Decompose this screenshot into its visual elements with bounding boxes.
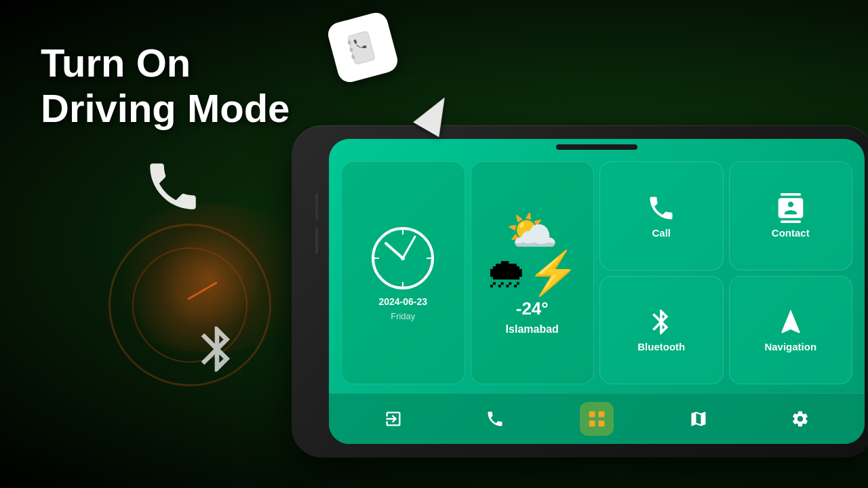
call-label: Call bbox=[652, 227, 671, 239]
nav-phone-button[interactable] bbox=[478, 402, 512, 436]
clock-day: Friday bbox=[391, 311, 415, 321]
svg-rect-13 bbox=[599, 411, 605, 418]
contact-tile[interactable]: Contact bbox=[729, 161, 853, 270]
nav-exit-button[interactable] bbox=[376, 402, 410, 436]
hero-title-line2: Driving Mode bbox=[41, 86, 290, 131]
nav-maps-button[interactable] bbox=[682, 402, 715, 436]
hero-title: Turn On Driving Mode bbox=[41, 41, 290, 131]
call-icon bbox=[646, 193, 676, 223]
svg-line-7 bbox=[403, 237, 415, 258]
bluetooth-icon bbox=[646, 307, 676, 337]
bluetooth-label: Bluetooth bbox=[637, 341, 685, 352]
contact-icon bbox=[776, 193, 806, 223]
weather-icon: ⛅🌧⚡ bbox=[485, 210, 579, 294]
volume-down-button bbox=[315, 227, 318, 254]
svg-rect-12 bbox=[589, 411, 595, 418]
weather-tile[interactable]: ⛅🌧⚡ -24° Islamabad bbox=[471, 161, 595, 384]
navigation-tile[interactable]: Navigation bbox=[729, 276, 853, 385]
clock-date: 2024-06-23 bbox=[378, 296, 427, 307]
phone-notch bbox=[556, 144, 637, 150]
phone-screen: 2024-06-23 Friday ⛅🌧⚡ -24° Islamabad Cal… bbox=[329, 139, 865, 444]
app-grid: 2024-06-23 Friday ⛅🌧⚡ -24° Islamabad Cal… bbox=[336, 156, 858, 390]
nav-settings-button[interactable] bbox=[783, 402, 817, 436]
svg-rect-14 bbox=[589, 421, 595, 427]
nav-apps-button[interactable] bbox=[580, 402, 614, 436]
svg-rect-15 bbox=[599, 421, 605, 427]
volume-up-button bbox=[315, 193, 318, 220]
weather-city: Islamabad bbox=[506, 323, 559, 336]
left-bluetooth-icon bbox=[190, 319, 244, 394]
navigation-icon bbox=[776, 307, 806, 337]
clock-tile[interactable]: 2024-06-23 Friday bbox=[341, 161, 465, 384]
weather-temperature: -24° bbox=[516, 298, 549, 319]
left-phone-icon bbox=[142, 156, 203, 231]
svg-line-6 bbox=[386, 243, 403, 258]
call-tile[interactable]: Call bbox=[599, 161, 724, 270]
navigation-label: Navigation bbox=[764, 341, 816, 352]
bottom-navigation-bar bbox=[329, 393, 865, 444]
contact-label: Contact bbox=[772, 227, 810, 239]
hero-title-line1: Turn On bbox=[41, 41, 290, 86]
phone-device: 2024-06-23 Friday ⛅🌧⚡ -24° Islamabad Cal… bbox=[292, 125, 868, 458]
bluetooth-tile[interactable]: Bluetooth bbox=[599, 276, 724, 385]
